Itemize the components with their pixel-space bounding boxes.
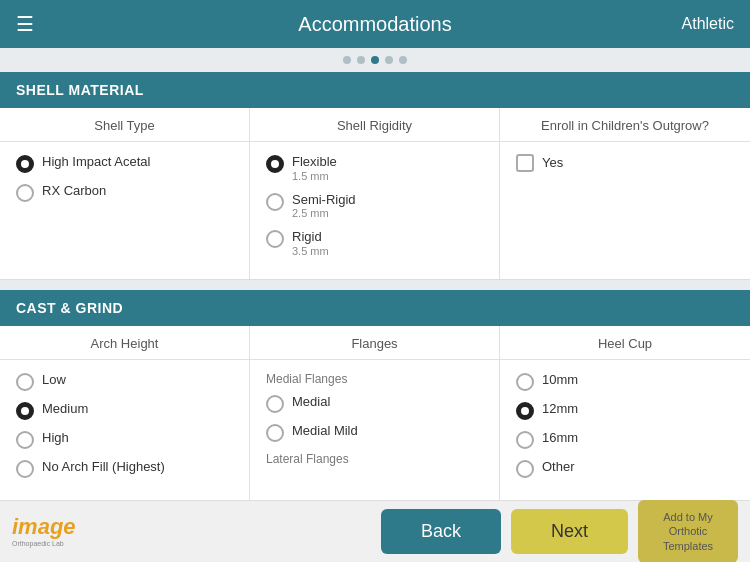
- medial-flanges-group-label: Medial Flanges: [266, 372, 483, 386]
- radio-10mm[interactable]: 10mm: [516, 372, 734, 391]
- radio-rigid[interactable]: Rigid 3.5 mm: [266, 229, 483, 257]
- shell-enroll-header: Enroll in Children's Outgrow?: [500, 108, 750, 142]
- radio-low[interactable]: Low: [16, 372, 233, 391]
- logo-main-text: image: [12, 516, 76, 538]
- radio-medial-mild-label: Medial Mild: [292, 423, 358, 439]
- logo-area: image Orthopaedic Lab: [12, 516, 371, 548]
- radio-semi-rigid-label: Semi-Rigid: [292, 192, 356, 208]
- radio-flexible-label: Flexible: [292, 154, 337, 170]
- main-content: SHELL MATERIAL Shell Type Shell Rigidity…: [0, 72, 750, 500]
- dot-3: [371, 56, 379, 64]
- radio-high-impact-label: High Impact Acetal: [42, 154, 150, 170]
- arch-height-body: Low Medium High No Arch Fill (Highest): [0, 360, 250, 500]
- radio-medium-label: Medium: [42, 401, 88, 417]
- flanges-body: Medial Flanges Medial Medial Mild Latera…: [250, 360, 500, 500]
- menu-icon[interactable]: ☰: [16, 12, 46, 36]
- radio-16mm[interactable]: 16mm: [516, 430, 734, 449]
- radio-rx-carbon-indicator: [16, 184, 34, 202]
- pagination: [0, 48, 750, 72]
- page-title: Accommodations: [298, 13, 451, 36]
- radio-rigid-indicator: [266, 230, 284, 248]
- radio-medium[interactable]: Medium: [16, 401, 233, 420]
- shell-material-header: SHELL MATERIAL: [0, 72, 750, 108]
- shell-col-headers: Shell Type Shell Rigidity Enroll in Chil…: [0, 108, 750, 142]
- shell-material-content: Shell Type Shell Rigidity Enroll in Chil…: [0, 108, 750, 280]
- add-to-templates-button[interactable]: Add to My Orthotic Templates: [638, 500, 738, 562]
- shell-type-body: High Impact Acetal RX Carbon: [0, 142, 250, 279]
- radio-medial-label: Medial: [292, 394, 330, 410]
- radio-low-indicator: [16, 373, 34, 391]
- radio-no-arch-label: No Arch Fill (Highest): [42, 459, 165, 475]
- radio-semi-rigid-sublabel: 2.5 mm: [292, 207, 356, 219]
- radio-no-arch-indicator: [16, 460, 34, 478]
- heel-cup-body: 10mm 12mm 16mm Other: [500, 360, 750, 500]
- radio-16mm-indicator: [516, 431, 534, 449]
- radio-medial-mild-indicator: [266, 424, 284, 442]
- radio-10mm-indicator: [516, 373, 534, 391]
- radio-rx-carbon-label: RX Carbon: [42, 183, 106, 199]
- radio-low-label: Low: [42, 372, 66, 388]
- logo: image Orthopaedic Lab: [12, 516, 76, 548]
- radio-rx-carbon[interactable]: RX Carbon: [16, 183, 233, 202]
- radio-semi-rigid[interactable]: Semi-Rigid 2.5 mm: [266, 192, 483, 220]
- cast-grind-section: CAST & GRIND Arch Height Flanges Heel Cu…: [0, 290, 750, 500]
- cast-col-headers: Arch Height Flanges Heel Cup: [0, 326, 750, 360]
- radio-flexible-sublabel: 1.5 mm: [292, 170, 337, 182]
- lateral-flanges-group-label: Lateral Flanges: [266, 452, 483, 466]
- logo-sub-text: Orthopaedic Lab: [12, 540, 76, 548]
- checkbox-yes-indicator: [516, 154, 534, 172]
- radio-high-label: High: [42, 430, 69, 446]
- radio-high[interactable]: High: [16, 430, 233, 449]
- radio-12mm-indicator: [516, 402, 534, 420]
- radio-flexible[interactable]: Flexible 1.5 mm: [266, 154, 483, 182]
- back-button[interactable]: Back: [381, 509, 501, 554]
- bottom-bar: image Orthopaedic Lab Back Next Add to M…: [0, 500, 750, 562]
- cast-col-bodies: Low Medium High No Arch Fill (Highest): [0, 360, 750, 500]
- radio-semi-rigid-indicator: [266, 193, 284, 211]
- radio-rigid-label: Rigid: [292, 229, 329, 245]
- dot-4: [385, 56, 393, 64]
- dot-2: [357, 56, 365, 64]
- header-right-label: Athletic: [682, 15, 734, 33]
- radio-16mm-label: 16mm: [542, 430, 578, 446]
- header: ☰ Accommodations Athletic: [0, 0, 750, 48]
- radio-other-indicator: [516, 460, 534, 478]
- radio-other[interactable]: Other: [516, 459, 734, 478]
- radio-medial-indicator: [266, 395, 284, 413]
- radio-flexible-indicator: [266, 155, 284, 173]
- shell-col-bodies: High Impact Acetal RX Carbon Flexible 1.…: [0, 142, 750, 279]
- checkbox-yes[interactable]: Yes: [516, 154, 734, 172]
- flanges-header: Flanges: [250, 326, 500, 360]
- shell-rigidity-header: Shell Rigidity: [250, 108, 500, 142]
- dot-1: [343, 56, 351, 64]
- radio-no-arch[interactable]: No Arch Fill (Highest): [16, 459, 233, 478]
- radio-12mm-label: 12mm: [542, 401, 578, 417]
- cast-grind-content: Arch Height Flanges Heel Cup Low Medium: [0, 326, 750, 500]
- radio-medial-mild[interactable]: Medial Mild: [266, 423, 483, 442]
- radio-rigid-sublabel: 3.5 mm: [292, 245, 329, 257]
- next-button[interactable]: Next: [511, 509, 628, 554]
- heel-cup-header: Heel Cup: [500, 326, 750, 360]
- radio-12mm[interactable]: 12mm: [516, 401, 734, 420]
- radio-high-impact[interactable]: High Impact Acetal: [16, 154, 233, 173]
- radio-high-impact-indicator: [16, 155, 34, 173]
- cast-grind-header: CAST & GRIND: [0, 290, 750, 326]
- radio-other-label: Other: [542, 459, 575, 475]
- radio-10mm-label: 10mm: [542, 372, 578, 388]
- enroll-body: Yes: [500, 142, 750, 279]
- shell-type-header: Shell Type: [0, 108, 250, 142]
- radio-medium-indicator: [16, 402, 34, 420]
- radio-medial[interactable]: Medial: [266, 394, 483, 413]
- arch-height-header: Arch Height: [0, 326, 250, 360]
- checkbox-yes-label: Yes: [542, 155, 563, 171]
- shell-rigidity-body: Flexible 1.5 mm Semi-Rigid 2.5 mm Rigid: [250, 142, 500, 279]
- radio-high-indicator: [16, 431, 34, 449]
- dot-5: [399, 56, 407, 64]
